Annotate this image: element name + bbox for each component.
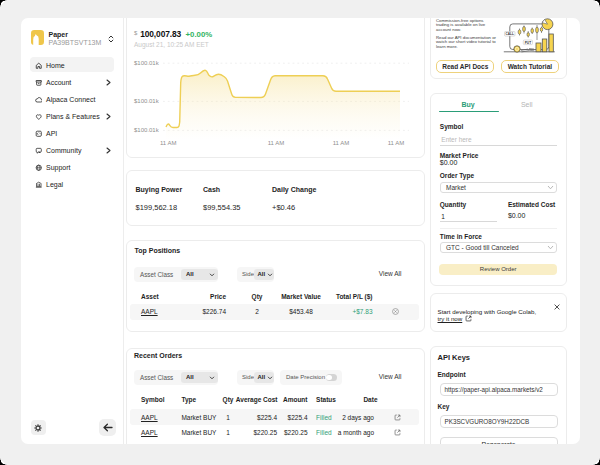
svg-text:11 AM: 11 AM bbox=[268, 140, 285, 146]
svg-text:11 AM: 11 AM bbox=[160, 140, 177, 146]
svg-text:CALL: CALL bbox=[505, 32, 514, 36]
svg-text:11 AM: 11 AM bbox=[388, 140, 405, 146]
svg-text:$100.01k: $100.01k bbox=[134, 98, 160, 104]
svg-text:$100.01k: $100.01k bbox=[134, 60, 160, 66]
svg-text:PUT: PUT bbox=[525, 41, 531, 45]
svg-text:11 AM: 11 AM bbox=[333, 140, 350, 146]
svg-text:$100.01k: $100.01k bbox=[134, 127, 160, 133]
